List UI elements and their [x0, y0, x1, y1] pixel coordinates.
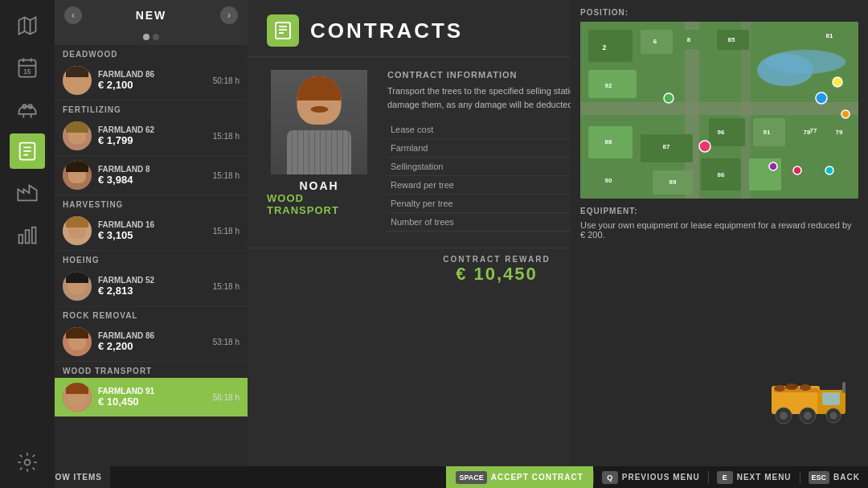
svg-rect-82	[842, 382, 845, 393]
contract-time: 15:18 h	[213, 132, 240, 141]
prev-key-badge: Q	[602, 471, 618, 484]
avatar	[63, 66, 92, 95]
contract-price: € 2,813	[98, 285, 213, 297]
esc-key-badge: ESC	[809, 471, 830, 484]
svg-rect-31	[677, 30, 705, 50]
sidebar-icon-map[interactable]	[10, 8, 45, 43]
sidebar-icon-contracts[interactable]	[10, 133, 45, 169]
svg-rect-25	[580, 102, 858, 115]
svg-point-77	[830, 412, 837, 420]
dot-2	[153, 34, 159, 40]
category-hoeing: HOEING	[55, 251, 248, 267]
map-panel: POSITION:	[571, 0, 868, 466]
character-name: NOAH	[299, 179, 338, 192]
sidebar-icon-stats[interactable]	[10, 217, 45, 252]
contract-info: FARMLAND 86 € 2,100	[98, 70, 213, 91]
svg-point-18	[25, 460, 31, 465]
svg-point-67	[793, 166, 801, 174]
character-portrait: NOAH WOOD TRANSPORT	[267, 70, 371, 232]
equipment-label: EQUIPMENT:	[580, 207, 858, 215]
svg-rect-81	[774, 388, 818, 392]
svg-point-62	[664, 93, 674, 103]
accept-contract-section[interactable]: SPACE ACCEPT CONTRACT	[446, 466, 592, 488]
contracts-title: CONTRACTS	[310, 18, 463, 43]
prev-menu-label: PREVIOUS MENU	[622, 473, 700, 482]
contract-price: € 1,799	[98, 134, 213, 146]
contract-farmland: FARMLAND 52	[98, 276, 213, 285]
contract-info: FARMLAND 52 € 2,813	[98, 276, 213, 297]
svg-point-63	[816, 92, 827, 104]
next-menu-label: NEXT MENU	[737, 473, 792, 482]
svg-text:91: 91	[764, 129, 771, 136]
svg-text:92: 92	[605, 82, 612, 89]
contract-time: 15:18 h	[213, 227, 240, 236]
back-label: BACK	[833, 473, 860, 482]
character-shirt	[287, 130, 351, 174]
map-container: 2 6 8 85 81 92 96 91 78 79 88 87 77 90 8…	[580, 22, 858, 199]
prev-arrow[interactable]: ‹	[64, 6, 82, 24]
svg-text:2: 2	[602, 43, 606, 51]
contract-time: 15:18 h	[213, 171, 240, 180]
avatar	[63, 383, 92, 412]
svg-point-65	[841, 110, 850, 118]
truck-svg	[768, 366, 856, 426]
next-menu-button[interactable]: E NEXT MENU	[709, 466, 800, 488]
svg-point-61	[699, 141, 710, 152]
sidebar-icon-factory[interactable]	[10, 175, 45, 211]
prev-menu-button[interactable]: Q PREVIOUS MENU	[594, 466, 708, 488]
contracts-page-icon	[267, 14, 299, 47]
contract-item[interactable]: FARMLAND 52 € 2,813 15:18 h	[55, 267, 248, 306]
svg-rect-35	[709, 118, 745, 146]
contract-time: 53:18 h	[213, 338, 240, 347]
contract-item[interactable]: FARMLAND 86 € 2,200 53:18 h	[55, 322, 248, 362]
bottom-bar: ↔ BORROW ITEMS SPACE ACCEPT CONTRACT Q P…	[0, 466, 868, 488]
contract-farmland: FARMLAND 86	[98, 70, 213, 79]
contract-item[interactable]: FARMLAND 62 € 1,799 15:18 h	[55, 117, 248, 156]
svg-point-73	[780, 412, 788, 420]
category-fertilizing: FERTILIZING	[55, 100, 248, 117]
dot-1	[143, 34, 149, 40]
svg-point-66	[769, 162, 777, 170]
back-button[interactable]: ESC BACK	[800, 466, 868, 488]
contract-item-selected[interactable]: FARMLAND 91 € 10,450 56:18 h	[55, 378, 248, 417]
contract-price: € 10,450	[98, 396, 213, 408]
contracts-list: ‹ NEW › DEADWOOD FARMLAND 86 € 2,100 50:…	[55, 0, 248, 488]
contract-info: FARMLAND 86 € 2,200	[98, 331, 213, 352]
contract-item[interactable]: FARMLAND 86 € 2,100 50:18 h	[55, 61, 248, 100]
svg-rect-71	[822, 392, 840, 405]
svg-point-75	[804, 412, 812, 420]
contract-info: FARMLAND 62 € 1,799	[98, 125, 213, 146]
next-key-badge: E	[717, 471, 733, 484]
character-body	[287, 130, 351, 174]
sidebar-icon-settings[interactable]	[10, 445, 45, 480]
svg-text:85: 85	[728, 36, 735, 43]
avatar	[63, 121, 92, 150]
svg-text:15: 15	[23, 68, 31, 76]
next-arrow[interactable]: ›	[220, 6, 238, 24]
sidebar-icon-calendar[interactable]: 15	[10, 50, 45, 85]
category-harvesting: HARVESTING	[55, 195, 248, 211]
svg-text:77: 77	[810, 127, 817, 134]
svg-rect-40	[588, 166, 645, 195]
svg-text:6: 6	[653, 38, 657, 45]
contract-time: 15:18 h	[213, 282, 240, 291]
contract-time: 50:18 h	[213, 76, 240, 85]
position-label: POSITION:	[580, 8, 858, 17]
contract-item[interactable]: FARMLAND 16 € 3,105 15:18 h	[55, 211, 248, 251]
svg-rect-17	[32, 228, 36, 244]
svg-text:89: 89	[669, 178, 677, 186]
svg-point-28	[765, 50, 845, 74]
new-header: ‹ NEW ›	[55, 0, 248, 31]
avatar	[63, 161, 92, 190]
svg-text:79: 79	[836, 129, 843, 136]
sidebar-icon-animal[interactable]	[10, 92, 45, 127]
contract-item[interactable]: FARMLAND 8 € 3,984 15:18 h	[55, 156, 248, 195]
svg-rect-34	[649, 66, 677, 90]
character-hair	[297, 76, 342, 100]
contract-farmland: FARMLAND 8	[98, 165, 213, 174]
svg-text:96: 96	[718, 129, 725, 136]
character-head	[297, 76, 342, 125]
category-wood-transport: WOOD TRANSPORT	[55, 362, 248, 378]
avatar	[63, 327, 92, 356]
svg-rect-33	[588, 70, 637, 98]
